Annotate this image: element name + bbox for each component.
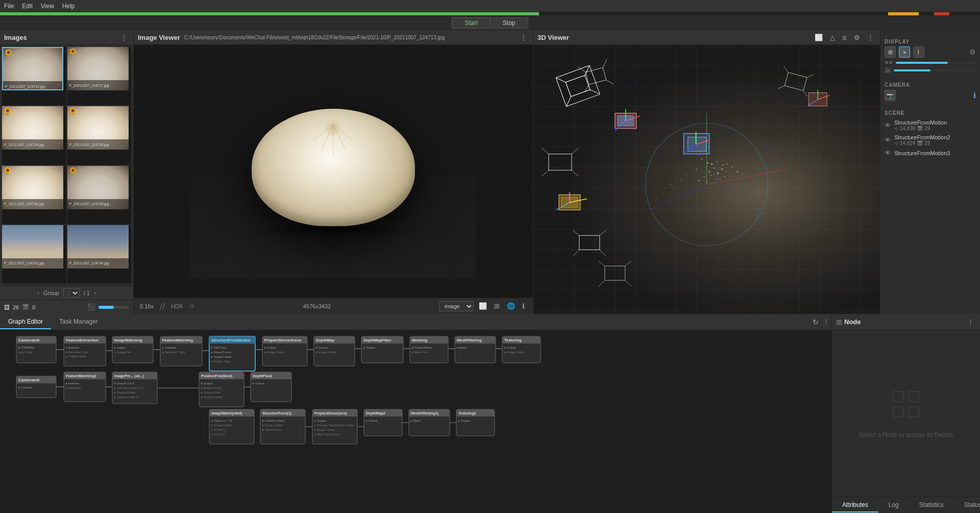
svg-text:▸ X Pad D: ▸ X Pad D — [211, 433, 226, 436]
node-meshfiltering[interactable]: MeshFiltering ▸ Mesh — [455, 336, 496, 363]
svg-rect-248 — [893, 392, 903, 402]
node-featureextraction[interactable]: FeatureExtraction ▸ features ▸ Describer… — [64, 336, 106, 366]
dp-person-btn[interactable]: 🚶 — [913, 46, 924, 58]
node-graph-canvas[interactable]: CameraInit ▸ Camera Input Type FeatureEx… — [0, 330, 831, 513]
iv-info-icon[interactable]: ℹ — [520, 301, 527, 311]
node-preparedense3[interactable]: PrepareDense(sce) ▸ Output ▸ Thomas Dept… — [312, 409, 357, 444]
images-menu-icon[interactable]: ⋮ — [118, 33, 129, 42]
node-preparedense[interactable]: PrepareDenseScene ▸ Output ▸ Image Folde… — [262, 336, 307, 366]
nav-right-icon[interactable]: › — [94, 289, 96, 297]
node-imagematch3[interactable]: ImageMatch(x6x6) ▸ Object Lv * N ▸ Image… — [209, 409, 254, 444]
progress-bar-container — [0, 12, 980, 15]
image-thumb-2[interactable]: 🌻 P_20211007_124717.jpg — [67, 47, 132, 105]
startstop-bar: Start Stop — [0, 15, 980, 31]
ge-tab-task[interactable]: Task Manager — [51, 315, 106, 329]
v3d-content[interactable] — [533, 45, 880, 314]
image-thumb-8[interactable]: P_20211007_124746.jpg — [67, 225, 132, 283]
node-depthmap[interactable]: DepthMap ▸ Output ▸ Image Folder — [314, 336, 355, 366]
v3d-expand-icon[interactable]: ⬜ — [813, 33, 825, 42]
ge-more-icon[interactable]: ⋮ — [821, 317, 831, 327]
ge-tab-graph[interactable]: Graph Editor — [0, 315, 51, 329]
node-featurematching2[interactable]: FeatureMatching2 ▸ features ▸ Matching — [64, 372, 106, 402]
iv-hatch-icon: ⧸⧸ — [160, 302, 165, 310]
menu-view[interactable]: View — [41, 3, 54, 10]
node-featureext3[interactable]: StructureFrom(1) ▸ Camera Views ▸ Image … — [260, 409, 305, 444]
svg-text:FeatureMatching2: FeatureMatching2 — [66, 374, 96, 378]
thumb-star-icon-1: 🌻 — [4, 49, 13, 57]
image-thumb-6[interactable]: 🌻 P_20211007_124738.jpg — [67, 166, 132, 224]
scene-points-icon-1: ⊹ — [894, 126, 900, 131]
iv-globe-icon[interactable]: 🌐 — [505, 301, 517, 311]
ge-refresh-icon[interactable]: ↻ — [811, 317, 821, 327]
v3d-triangle-icon[interactable]: △ — [828, 33, 837, 42]
iv-split-icon[interactable]: ⊞ — [492, 301, 502, 311]
svg-rect-216 — [260, 415, 305, 417]
node-featurematching[interactable]: FeatureMatching ▸ matches ▸ Describer Ty… — [160, 336, 202, 366]
ge-content[interactable]: CameraInit ▸ Camera Input Type FeatureEx… — [0, 330, 831, 513]
node-depthmap3[interactable]: DepthMap2 ▸ Output — [364, 409, 402, 436]
scene-cameras-icon-2: 🎬 — [917, 140, 924, 146]
dp-camera-icons-row: 📷 ℹ — [885, 90, 976, 101]
bt-tab-statistics[interactable]: Statistics — [909, 498, 954, 512]
np-more-icon[interactable]: ⋮ — [965, 317, 976, 327]
node-camerainit[interactable]: CameraInit ▸ Camera Input Type — [16, 336, 56, 363]
menu-edit[interactable]: Edit — [22, 3, 33, 10]
v3d-settings-icon[interactable]: ⚙ — [852, 33, 862, 42]
node-imageprefetch[interactable]: ImagePre... (x4...) ▸ Output List A ▸ Ca… — [112, 372, 157, 404]
bt-tab-log[interactable]: Log — [878, 498, 909, 512]
bt-tab-status[interactable]: Status — [954, 498, 980, 512]
iv-footer-right: image depth normal ⬜ ⊞ 🌐 ℹ — [439, 301, 527, 311]
svg-rect-223 — [312, 415, 357, 417]
image-thumb-7[interactable]: P_20211007_124742.jpg — [2, 225, 66, 283]
iv-grid-icon[interactable]: ⊹ — [189, 302, 195, 310]
dp-camera-btn[interactable]: 📷 — [885, 90, 896, 101]
iv-mode-select[interactable]: image depth normal — [439, 301, 474, 311]
node-sfm[interactable]: StructureFromMotion ▸ SfM Data ▸ Views/P… — [209, 336, 255, 371]
node-camerainit2[interactable]: CameraInit ▸ Camera — [16, 376, 56, 398]
node-texturing3[interactable]: Texturing1 ▸ Output — [456, 409, 495, 436]
image-count-other: 0 — [32, 304, 35, 310]
scene-item-sfm1[interactable]: 👁 StructureFromMotion ⊹ 14,830 🎬 29 — [885, 118, 976, 133]
iv-hdr-label[interactable]: HDR — [171, 303, 183, 309]
start-button[interactable]: Start — [452, 17, 489, 29]
menu-file[interactable]: File — [4, 3, 14, 10]
svg-text:▸ Output Folder: ▸ Output Folder — [201, 396, 222, 399]
bt-tab-attributes[interactable]: Attributes — [832, 498, 878, 512]
dp-grid-btn[interactable]: ⊞ — [885, 46, 896, 58]
dp-camera-info-icon[interactable]: ℹ — [973, 91, 976, 100]
stop-button[interactable]: Stop — [490, 17, 528, 29]
scene-eye-icon-2: 👁 — [885, 136, 891, 144]
node-meshfilter3[interactable]: MeshFilter(ing1) ▸ Mesh — [409, 409, 450, 436]
iv-expand-icon[interactable]: ⬜ — [477, 301, 489, 311]
svg-text:▸ Output: ▸ Output — [264, 346, 276, 349]
dp-settings-icon[interactable]: ⚙ — [969, 48, 976, 56]
iv-footer-left: 0.16x ⧸⧸ HDR ⊹ — [140, 302, 195, 310]
menu-help[interactable]: Help — [62, 3, 75, 10]
np-placeholder-icon — [891, 389, 921, 425]
node-imagematching[interactable]: ImageMatching ▸ output ▸ Image File — [112, 336, 153, 363]
scene-item-sfm2[interactable]: 👁 StructureFromMotion2 ⊹ 14,824 🎬 29 — [885, 133, 976, 148]
image-thumb-3[interactable]: 🌻 P_20211007_124724.jpg — [2, 106, 66, 164]
svg-text:PositionFrm(Bool): PositionFrm(Bool) — [201, 374, 232, 378]
group-select[interactable]: 1 — [63, 288, 80, 298]
node-preparedense2[interactable]: PositionFrm(Bool) ▸ Output ▸ Image Dense… — [199, 372, 244, 407]
svg-text:▸ Output: ▸ Output — [201, 382, 213, 385]
scene-item-sfm3[interactable]: 👁 StructureFromMotion3 — [885, 148, 976, 158]
nav-left-icon[interactable]: ‹ — [37, 289, 39, 297]
iv-menu-icon[interactable]: ⋮ — [518, 33, 529, 42]
image-thumb-1[interactable]: 🌻 P_20211007_124713.jpg — [2, 47, 66, 105]
v3d-grid-icon[interactable]: ⧖ — [840, 33, 849, 43]
dp-circle-btn[interactable]: ● — [899, 46, 910, 58]
node-texturing[interactable]: Texturing ▸ Output ▸ Image Folder — [502, 336, 541, 363]
v3d-menu-icon[interactable]: ⋮ — [865, 33, 876, 42]
svg-rect-231 — [364, 415, 402, 417]
node-depthplus[interactable]: DepthPlus2 ▸ Output — [251, 372, 291, 402]
image-thumb-4[interactable]: 🌻 P_20211007_124728.jpg — [67, 106, 132, 164]
export-icon[interactable]: ⬛ — [87, 303, 95, 311]
node-meshing[interactable]: Meshing ▸ Output Mesh ▸ Mesh File — [410, 336, 448, 363]
svg-text:DepthPlus2: DepthPlus2 — [253, 374, 273, 378]
svg-text:▸ Output Mesh: ▸ Output Mesh — [412, 346, 432, 349]
images-slider[interactable] — [99, 306, 129, 309]
image-thumb-5[interactable]: 🌻 P_20211007_124734.jpg — [2, 166, 66, 224]
node-depthmapfilter[interactable]: DepthMapFilter ▸ Output — [361, 336, 403, 363]
